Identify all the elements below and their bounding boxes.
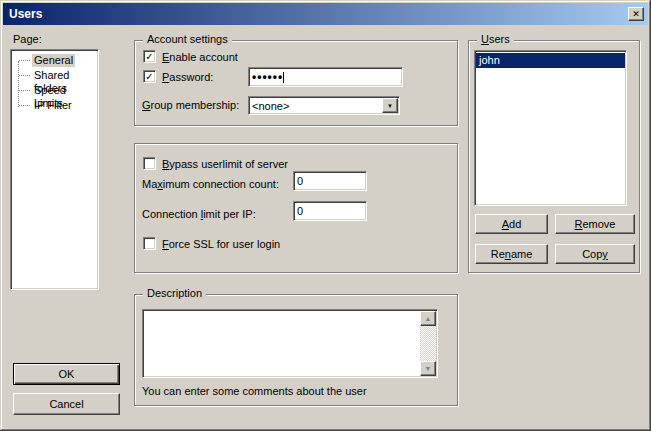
description-textarea[interactable]: ▲ ▼ [142, 309, 438, 378]
checkmark-icon: ✓ [145, 71, 153, 82]
password-checkbox[interactable]: ✓ [143, 70, 156, 83]
connection-limit-label: Connection limit per IP: [142, 208, 256, 221]
page-item-speed-limits[interactable]: Speed Limits [12, 83, 97, 98]
remove-user-button[interactable]: Remove [555, 214, 635, 234]
scroll-up-icon[interactable]: ▲ [420, 311, 436, 326]
cancel-button[interactable]: Cancel [13, 393, 120, 415]
text-caret [283, 72, 284, 83]
page-item-label[interactable]: IP Filter [32, 99, 74, 112]
page-item-shared-folders[interactable]: Shared folders [12, 68, 97, 83]
description-scrollbar[interactable]: ▲ ▼ [420, 311, 436, 376]
force-ssl-label: Force SSL for user login [162, 238, 280, 251]
add-user-button[interactable]: Add [475, 214, 548, 234]
page-label: Page: [13, 33, 42, 46]
bypass-userlimit-checkbox[interactable] [143, 157, 156, 170]
max-connection-label: Maximum connection count: [142, 178, 279, 191]
close-icon[interactable]: ✕ [628, 7, 644, 21]
tree-tick [19, 90, 30, 91]
group-membership-label: Group membership: [142, 99, 239, 112]
description-title: Description [143, 287, 206, 300]
user-list-item[interactable]: john [476, 53, 625, 68]
titlebar[interactable]: Users ✕ [3, 3, 648, 25]
window-title: Users [9, 7, 42, 21]
max-connection-input[interactable]: 0 [293, 171, 367, 191]
users-dialog: Users ✕ Page: General Shared folders Spe… [0, 0, 651, 431]
enable-account-label: Enable account [162, 51, 238, 64]
tree-tick [19, 105, 30, 106]
page-item-label[interactable]: General [32, 54, 75, 67]
rename-user-button[interactable]: Rename [475, 244, 548, 264]
page-tree[interactable]: General Shared folders Speed Limits IP F… [10, 49, 99, 290]
ok-button[interactable]: OK [13, 363, 120, 385]
group-membership-select[interactable]: <none> ▼ [248, 96, 400, 115]
connection-limit-input[interactable]: 0 [293, 201, 367, 221]
checkmark-icon: ✓ [145, 51, 153, 62]
users-group-title: Users [477, 33, 514, 46]
password-label: Password: [162, 71, 213, 84]
enable-account-checkbox[interactable]: ✓ [143, 50, 156, 63]
page-item-general[interactable]: General [12, 53, 97, 68]
tree-tick [19, 75, 30, 76]
bypass-userlimit-label: Bypass userlimit of server [162, 158, 288, 171]
copy-user-button[interactable]: Copy [555, 244, 635, 264]
users-list[interactable]: john [474, 50, 627, 206]
account-settings-title: Account settings [143, 33, 232, 46]
description-hint: You can enter some comments about the us… [142, 385, 367, 398]
force-ssl-checkbox[interactable] [143, 237, 156, 250]
password-input[interactable]: •••••• [248, 67, 403, 87]
tree-tick [19, 60, 30, 61]
chevron-down-icon[interactable]: ▼ [382, 98, 398, 113]
scroll-down-icon[interactable]: ▼ [420, 361, 436, 376]
page-item-ip-filter[interactable]: IP Filter [12, 98, 97, 113]
